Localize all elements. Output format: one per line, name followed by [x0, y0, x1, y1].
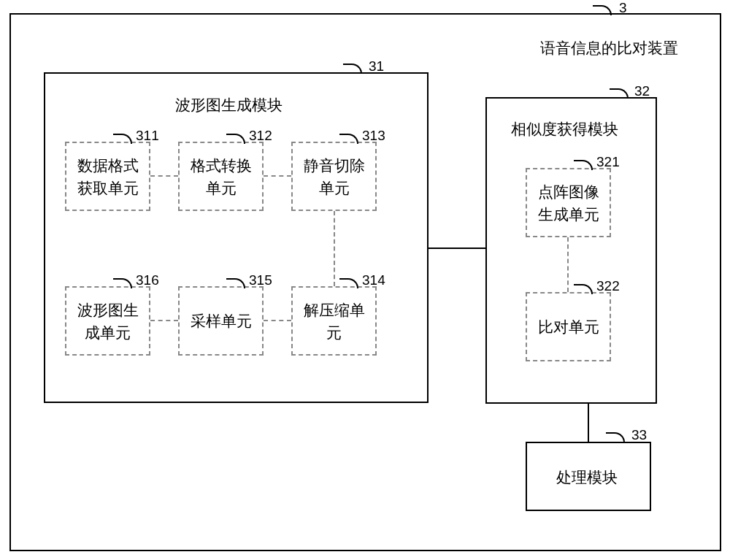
unit-312: 格式转换 单元 [178, 142, 264, 211]
module-32-title: 相似度获得模块 [511, 119, 618, 139]
unit-316-l2: 成单元 [85, 324, 131, 341]
ref-num-321: 321 [596, 154, 620, 170]
outer-title: 语音信息的比对装置 [540, 38, 678, 58]
ref-num-314: 314 [362, 272, 385, 288]
module-33-title: 处理模块 [556, 467, 618, 488]
ref-num-322: 322 [596, 278, 620, 294]
unit-313: 静音切除 单元 [291, 142, 377, 211]
ref-num-316: 316 [136, 272, 159, 288]
conn-31-32 [429, 248, 485, 249]
conn-311-312 [150, 175, 178, 177]
conn-321-322 [567, 237, 569, 292]
unit-322-l1: 比对单元 [538, 318, 599, 335]
ref-curl-3 [593, 5, 612, 15]
unit-313-l1: 静音切除 [304, 157, 365, 174]
unit-311-l2: 获取单元 [77, 180, 139, 196]
unit-313-l2: 单元 [319, 180, 350, 196]
unit-314-l1: 解压缩单 [304, 302, 365, 318]
unit-315: 采样单元 [178, 286, 264, 356]
unit-321-l2: 生成单元 [538, 206, 599, 223]
unit-315-l1: 采样单元 [191, 312, 252, 329]
conn-315-316 [150, 320, 178, 321]
unit-314-l2: 元 [326, 324, 342, 341]
module-31-title: 波形图生成模块 [175, 95, 283, 115]
unit-316-l1: 波形图生 [77, 302, 139, 318]
unit-321-l1: 点阵图像 [538, 183, 599, 200]
unit-311-l1: 数据格式 [77, 157, 139, 174]
unit-312-l2: 单元 [206, 180, 237, 196]
unit-316: 波形图生 成单元 [65, 286, 150, 356]
unit-314: 解压缩单 元 [291, 286, 377, 356]
ref-num-33: 33 [631, 427, 647, 443]
unit-321: 点阵图像 生成单元 [526, 168, 611, 237]
ref-num-31: 31 [369, 58, 384, 74]
ref-num-3: 3 [619, 0, 627, 16]
ref-num-312: 312 [249, 128, 272, 144]
ref-num-32: 32 [634, 83, 650, 99]
unit-312-l1: 格式转换 [191, 157, 252, 174]
unit-311: 数据格式 获取单元 [65, 142, 150, 211]
ref-num-315: 315 [249, 272, 272, 288]
conn-314-315 [264, 320, 291, 321]
conn-32-33 [588, 404, 589, 442]
ref-num-313: 313 [362, 128, 385, 144]
conn-312-313 [264, 175, 291, 177]
conn-313-314 [334, 211, 335, 286]
ref-num-311: 311 [136, 128, 159, 144]
unit-322: 比对单元 [526, 292, 611, 361]
